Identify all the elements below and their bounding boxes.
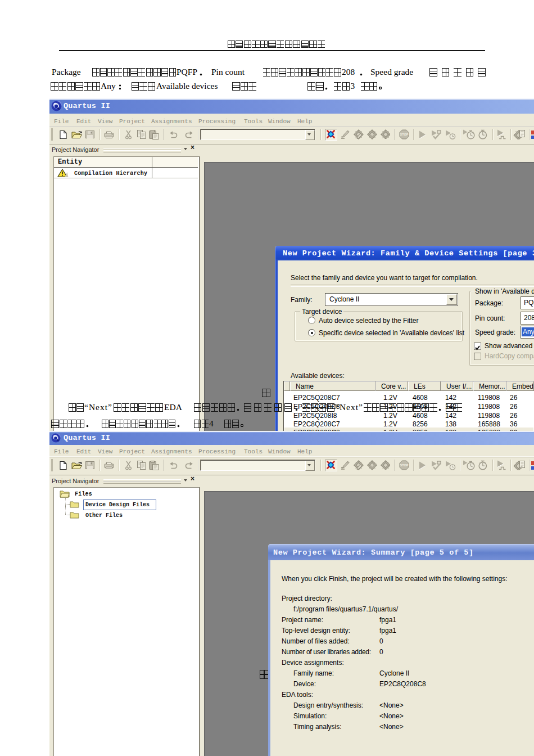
svg-text:STOP: STOP [400, 464, 409, 467]
svg-text:STOP: STOP [400, 133, 409, 136]
